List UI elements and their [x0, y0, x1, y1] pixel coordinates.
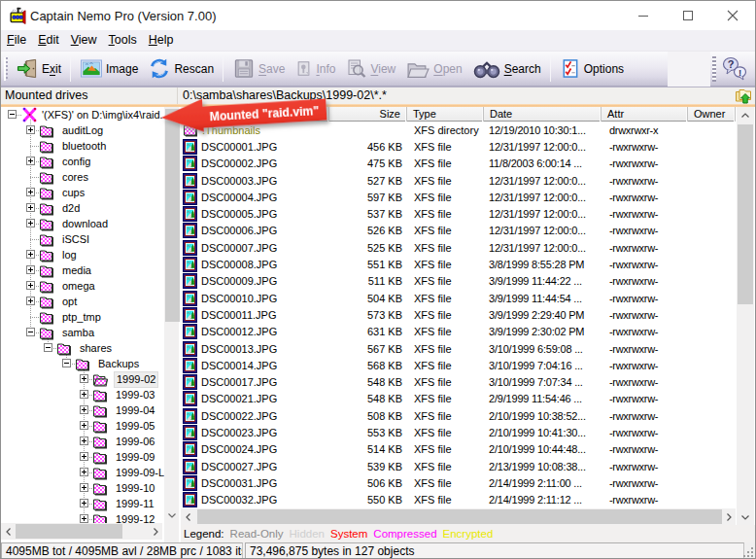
tree-collapse-button[interactable] [44, 343, 52, 352]
list-horizontal-scrollbar[interactable] [181, 508, 736, 525]
tree-expand-button[interactable] [26, 219, 35, 227]
file-row[interactable]: .ThumbnailsXFS directory12/19/2010 10:30… [181, 122, 736, 138]
file-row[interactable]: DSC00017.JPG548 KBXFS file3/10/1999 7:07… [181, 373, 736, 390]
maximize-button[interactable] [666, 1, 710, 30]
menu-file[interactable]: File [1, 30, 32, 51]
tree-item-download[interactable]: download [39, 216, 110, 231]
file-row[interactable]: DSC00024.JPG514 KBXFS file2/10/1999 10:4… [181, 441, 736, 458]
info-button[interactable]: Info [290, 53, 340, 85]
close-button[interactable] [710, 1, 755, 30]
image-button[interactable]: Image [75, 53, 143, 85]
tree-item-cores[interactable]: cores [39, 169, 90, 185]
file-row[interactable]: DSC00032.JPG550 KBXFS file2/14/1999 2:11… [181, 492, 736, 508]
options-button[interactable]: Options [555, 53, 629, 85]
tree-item-auditlog[interactable]: auditLog [39, 122, 105, 138]
file-row[interactable]: DSC00001.JPG456 KBXFS file12/31/1997 12:… [181, 138, 736, 155]
open-button[interactable]: Open [400, 53, 466, 85]
file-row[interactable]: DSC00014.JPG568 KBXFS file3/10/1999 7:04… [181, 357, 736, 373]
tree-expand-button[interactable] [26, 157, 35, 165]
tree-item-bluetooth[interactable]: bluetooth [39, 138, 108, 154]
rescan-button[interactable]: Rescan [143, 53, 219, 85]
tree-item-1999-06[interactable]: 1999-06 [92, 434, 156, 449]
tree-expand-button[interactable] [26, 203, 35, 212]
exit-button[interactable]: Exit [11, 53, 66, 85]
menu-help[interactable]: Help [143, 30, 180, 51]
save-button[interactable]: Save [227, 53, 290, 85]
tree-item-samba[interactable]: samba [39, 325, 96, 340]
tree-item-1999-09[interactable]: 1999-09 [92, 449, 156, 465]
column-header-name[interactable]: Name [181, 107, 329, 122]
column-header-owner[interactable]: Owner [688, 107, 736, 122]
column-header-date[interactable]: Date [484, 107, 601, 122]
file-row[interactable]: DSC00013.JPG567 KBXFS file3/10/1999 6:59… [181, 340, 736, 357]
minimize-button[interactable] [621, 1, 666, 30]
tree-vertical-scrollbar[interactable] [164, 107, 179, 523]
tree-item-ptp-tmp[interactable]: ptp_tmp [39, 309, 103, 325]
tree-item-1999-05[interactable]: 1999-05 [92, 418, 156, 434]
file-row[interactable]: DSC00027.JPG539 KBXFS file2/13/1999 10:0… [181, 458, 736, 474]
help-toolbar-grip[interactable] [712, 56, 719, 82]
tree-expand-button[interactable] [26, 125, 35, 134]
menu-tools[interactable]: Tools [103, 30, 143, 51]
tree-expand-button[interactable] [80, 390, 88, 399]
tree-item-omega[interactable]: omega [39, 278, 97, 294]
tree-expand-button[interactable] [80, 499, 88, 507]
file-row[interactable]: DSC00008.JPG551 KBXFS file3/8/1999 8:55:… [181, 256, 736, 272]
tree-item-shares[interactable]: shares [56, 340, 114, 356]
menu-edit[interactable]: Edit [32, 30, 65, 51]
tree-item-cups[interactable]: cups [39, 185, 86, 200]
tree-expand-button[interactable] [26, 281, 35, 290]
tree-item-1999-03[interactable]: 1999-03 [92, 387, 156, 402]
file-row[interactable]: DSC00022.JPG508 KBXFS file2/10/1999 10:3… [181, 407, 736, 424]
file-row[interactable]: DSC00012.JPG631 KBXFS file3/9/1999 2:30:… [181, 324, 736, 340]
tree-expand-button[interactable] [26, 188, 35, 196]
resize-grip[interactable] [741, 545, 754, 558]
tree-expand-button[interactable] [26, 297, 35, 305]
file-row[interactable]: DSC00009.JPG511 KBXFS file3/9/1999 11:44… [181, 273, 736, 290]
menu-view[interactable]: View [65, 30, 103, 51]
file-row[interactable]: DSC00031.JPG506 KBXFS file2/14/1999 2:11… [181, 474, 736, 491]
tree-horizontal-scrollbar[interactable] [1, 523, 162, 540]
tree-expand-button[interactable] [80, 405, 88, 414]
tree-item-backups[interactable]: Backups [75, 356, 141, 371]
list-vertical-scrollbar[interactable] [737, 107, 754, 525]
tree-item-iscsi[interactable]: iSCSI [39, 231, 91, 247]
search-button[interactable]: Search [467, 53, 546, 85]
file-row[interactable]: DSC00005.JPG537 KBXFS file12/31/1997 12:… [181, 205, 736, 222]
tree-expand-button[interactable] [80, 468, 88, 476]
tree-item-1999-11[interactable]: 1999-11 [92, 496, 156, 511]
help-button[interactable] [719, 53, 750, 85]
file-row[interactable]: DSC00021.JPG548 KBXFS file2/9/1999 11:54… [181, 391, 736, 407]
column-header-attr[interactable]: Attr [601, 107, 688, 122]
tree-item-1999-10[interactable]: 1999-10 [92, 480, 156, 496]
tree-expand-button[interactable] [80, 374, 88, 383]
tree-item-d2d[interactable]: d2d [39, 200, 82, 216]
file-row[interactable]: DSC00010.JPG504 KBXFS file3/9/1999 11:44… [181, 290, 736, 306]
column-header-type[interactable]: Type [407, 107, 484, 122]
folder-up-icon[interactable] [735, 87, 752, 104]
file-row[interactable]: DSC00007.JPG525 KBXFS file12/31/1997 12:… [181, 239, 736, 256]
tree-collapse-button[interactable] [26, 328, 35, 336]
tree-item-media[interactable]: media [39, 262, 93, 278]
tree-item--xfs-on-d-img-ix4-raid-[interactable]: '(XFS)' on D:\img\ix4\raid. [22, 107, 164, 122]
tree-item-1999-12[interactable]: 1999-12 [92, 511, 156, 523]
tree-item-opt[interactable]: opt [39, 294, 79, 309]
tree-item-1999-04[interactable]: 1999-04 [92, 402, 156, 418]
tree-item-1999-09-l[interactable]: 1999-09-L [92, 465, 164, 480]
toolbar-grip[interactable] [4, 57, 11, 81]
tree-expand-button[interactable] [80, 514, 88, 523]
file-row[interactable]: DSC00002.JPG475 KBXFS file11/8/2003 6:00… [181, 156, 736, 172]
file-row[interactable]: DSC00006.JPG526 KBXFS file12/31/1997 12:… [181, 223, 736, 239]
column-header-size[interactable]: Size [329, 107, 407, 122]
tree-expand-button[interactable] [26, 265, 35, 274]
file-row[interactable]: DSC00004.JPG597 KBXFS file12/31/1997 12:… [181, 189, 736, 205]
file-row[interactable]: DSC00003.JPG527 KBXFS file12/31/1997 12:… [181, 172, 736, 189]
tree-collapse-button[interactable] [62, 359, 71, 367]
tree-collapse-button[interactable] [8, 110, 17, 119]
tree-expand-button[interactable] [80, 421, 88, 430]
file-row[interactable]: DSC00011.JPG573 KBXFS file3/9/1999 2:29:… [181, 306, 736, 323]
tree-expand-button[interactable] [26, 250, 35, 259]
tree-expand-button[interactable] [80, 452, 88, 461]
file-row[interactable]: DSC00023.JPG553 KBXFS file2/10/1999 10:4… [181, 424, 736, 440]
tree-expand-button[interactable] [80, 483, 88, 492]
